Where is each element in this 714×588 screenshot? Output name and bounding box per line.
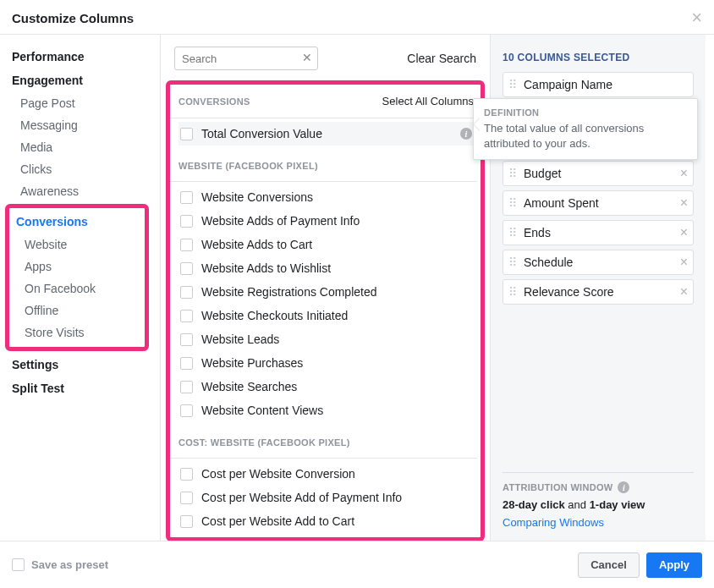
drag-handle-icon[interactable]: ⠿ xyxy=(508,80,519,89)
selected-column-schedule[interactable]: ⠿Schedule× xyxy=(503,250,694,275)
checkbox[interactable] xyxy=(180,262,193,275)
sidebar-group-conversions[interactable]: Conversions xyxy=(16,210,145,234)
section-cost-website-pixel-header: COST: WEBSITE (FACEBOOK PIXEL) xyxy=(178,434,477,453)
checkbox[interactable] xyxy=(180,215,193,228)
sidebar-item-page-post[interactable]: Page Post xyxy=(12,92,160,114)
selected-label: COLUMNS SELECTED xyxy=(518,52,630,63)
search-row: ✕ Clear Search xyxy=(174,47,485,70)
comparing-windows-link[interactable]: Comparing Windows xyxy=(503,516,694,529)
metric-label: Website Checkouts Initiated xyxy=(201,309,348,322)
checkbox[interactable] xyxy=(180,128,193,140)
sidebar-item-on-facebook[interactable]: On Facebook xyxy=(16,278,145,299)
save-as-preset[interactable]: Save as preset xyxy=(12,558,108,571)
sidebar-item-messaging[interactable]: Messaging xyxy=(12,114,160,136)
sidebar-group-engagement[interactable]: Engagement xyxy=(12,69,160,92)
checkbox[interactable] xyxy=(180,381,193,393)
selected-column-campaign-name[interactable]: ⠿Campaign Name xyxy=(503,72,694,97)
tooltip-body: The total value of all conversions attri… xyxy=(484,121,687,151)
select-all-link[interactable]: Select All Columns xyxy=(382,95,474,107)
metric-website-purchases[interactable]: Website Purchases xyxy=(178,351,477,375)
metric-cost-per-website-conversion[interactable]: Cost per Website Conversion xyxy=(178,462,477,486)
section-title: CONVERSIONS xyxy=(178,96,250,107)
metric-website-leads[interactable]: Website Leads xyxy=(178,327,477,351)
metric-label: Website Adds to Cart xyxy=(201,238,312,251)
metric-cost-per-website-add-to-cart[interactable]: Cost per Website Add to Cart xyxy=(178,509,477,533)
remove-icon[interactable]: × xyxy=(680,167,688,180)
metric-website-searches[interactable]: Website Searches xyxy=(178,375,477,398)
selected-header: 10 COLUMNS SELECTED xyxy=(503,52,694,72)
selected-column-label: Schedule xyxy=(524,256,573,269)
sidebar-item-store-visits[interactable]: Store Visits xyxy=(16,321,145,343)
highlight-conversions: Conversions Website Apps On Facebook Off… xyxy=(5,204,149,351)
metric-website-content-views[interactable]: Website Content Views xyxy=(178,398,477,422)
selected-column-label: Ends xyxy=(524,226,551,239)
drag-handle-icon[interactable]: ⠿ xyxy=(508,228,519,237)
metric-label: Website Purchases xyxy=(201,356,303,370)
selected-column-relevance-score[interactable]: ⠿Relevance Score× xyxy=(503,279,694,305)
sidebar-group-performance[interactable]: Performance xyxy=(12,45,160,69)
close-icon[interactable]: × xyxy=(691,8,702,27)
divider xyxy=(170,118,477,118)
metric-label: Cost per Website Add of Payment Info xyxy=(201,491,402,504)
drag-handle-icon[interactable]: ⠿ xyxy=(508,288,519,296)
metric-total-conversion-value[interactable]: Total Conversion Value i xyxy=(178,122,477,146)
sidebar: Performance Engagement Page Post Messagi… xyxy=(0,35,161,541)
search-input[interactable] xyxy=(174,47,318,70)
selected-column-ends[interactable]: ⠿Ends× xyxy=(503,220,694,245)
sidebar-item-website[interactable]: Website xyxy=(16,234,145,256)
checkbox[interactable] xyxy=(180,286,193,299)
checkbox[interactable] xyxy=(180,333,193,346)
sidebar-group-settings[interactable]: Settings xyxy=(12,353,160,376)
metric-label: Website Adds to Wishlist xyxy=(201,261,331,275)
remove-icon[interactable]: × xyxy=(680,196,688,210)
sidebar-item-clicks[interactable]: Clicks xyxy=(12,158,160,180)
metric-label: Cost per Website Add to Cart xyxy=(201,514,354,528)
metric-website-adds-to-wishlist[interactable]: Website Adds to Wishlist xyxy=(178,256,477,280)
search-clear-icon[interactable]: ✕ xyxy=(302,51,312,64)
checkbox[interactable] xyxy=(180,492,193,504)
metric-website-adds-of-payment-info[interactable]: Website Adds of Payment Info xyxy=(178,209,477,233)
remove-icon[interactable]: × xyxy=(680,285,688,299)
info-icon[interactable]: i xyxy=(618,481,629,493)
checkbox[interactable] xyxy=(180,404,193,417)
checkbox[interactable] xyxy=(180,357,193,370)
attribution-window: ATTRIBUTION WINDOW i 28-day click and 1-… xyxy=(503,472,694,529)
drag-handle-icon[interactable]: ⠿ xyxy=(508,199,519,207)
drag-handle-icon[interactable]: ⠿ xyxy=(508,169,519,178)
metric-cost-per-website-add-to-wishlist[interactable]: Cost per Website Add to Wishlist xyxy=(178,533,477,541)
checkbox[interactable] xyxy=(180,468,193,481)
checkbox[interactable] xyxy=(180,239,193,251)
remove-icon[interactable]: × xyxy=(680,256,688,269)
divider xyxy=(170,458,477,459)
metric-label: Website Content Views xyxy=(201,404,323,417)
sidebar-item-media[interactable]: Media xyxy=(12,136,160,158)
metric-label: Website Registrations Completed xyxy=(201,285,377,299)
drag-handle-icon[interactable]: ⠿ xyxy=(508,258,519,267)
dialog-header: Customize Columns × xyxy=(0,0,714,35)
selected-column-budget[interactable]: ⠿Budget× xyxy=(503,161,694,186)
sidebar-item-apps[interactable]: Apps xyxy=(16,256,145,278)
sidebar-group-split-test[interactable]: Split Test xyxy=(12,376,160,400)
metric-cost-per-website-add-of-payment-info[interactable]: Cost per Website Add of Payment Info xyxy=(178,486,477,509)
apply-button[interactable]: Apply xyxy=(646,552,702,578)
section-title: COST: WEBSITE (FACEBOOK PIXEL) xyxy=(178,437,350,448)
sidebar-item-offline[interactable]: Offline xyxy=(16,299,145,321)
metric-website-checkouts-initiated[interactable]: Website Checkouts Initiated xyxy=(178,304,477,327)
divider xyxy=(170,181,477,182)
metric-label: Website Searches xyxy=(201,380,297,393)
checkbox[interactable] xyxy=(180,515,193,528)
checkbox[interactable] xyxy=(180,310,193,322)
definition-tooltip: DEFINITION The total value of all conver… xyxy=(473,98,698,160)
remove-icon[interactable]: × xyxy=(680,226,688,239)
selected-column-amount-spent[interactable]: ⠿Amount Spent× xyxy=(503,190,694,216)
clear-search-link[interactable]: Clear Search xyxy=(407,52,476,65)
cancel-button[interactable]: Cancel xyxy=(578,552,640,578)
section-website-pixel-header: WEBSITE (FACEBOOK PIXEL) xyxy=(178,157,477,176)
sidebar-item-awareness[interactable]: Awareness xyxy=(12,180,160,202)
metric-website-registrations-completed[interactable]: Website Registrations Completed xyxy=(178,280,477,304)
metric-website-adds-to-cart[interactable]: Website Adds to Cart xyxy=(178,233,477,256)
metric-website-conversions[interactable]: Website Conversions xyxy=(178,185,477,209)
checkbox[interactable] xyxy=(180,191,193,204)
metrics-panel: ✕ Clear Search CONVERSIONS Select All Co… xyxy=(161,35,491,541)
checkbox[interactable] xyxy=(12,558,25,571)
